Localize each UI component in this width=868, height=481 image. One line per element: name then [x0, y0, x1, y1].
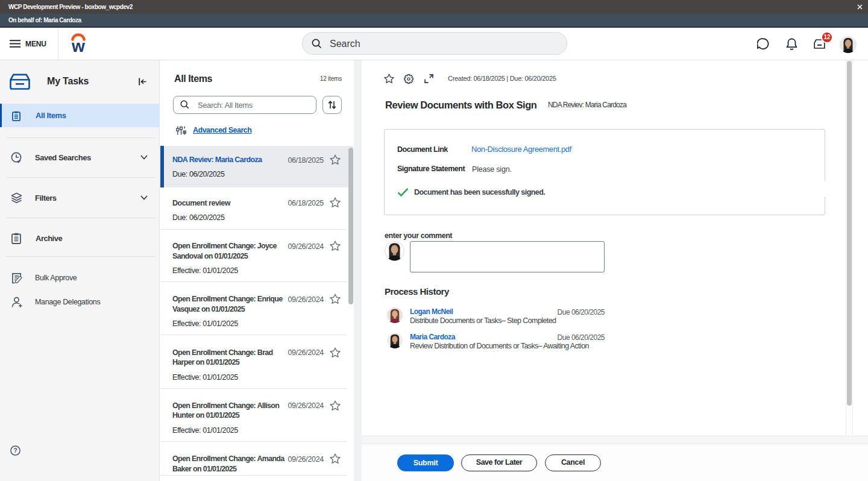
svg-text:?: ?: [13, 447, 17, 454]
svg-text:w: w: [71, 37, 85, 53]
